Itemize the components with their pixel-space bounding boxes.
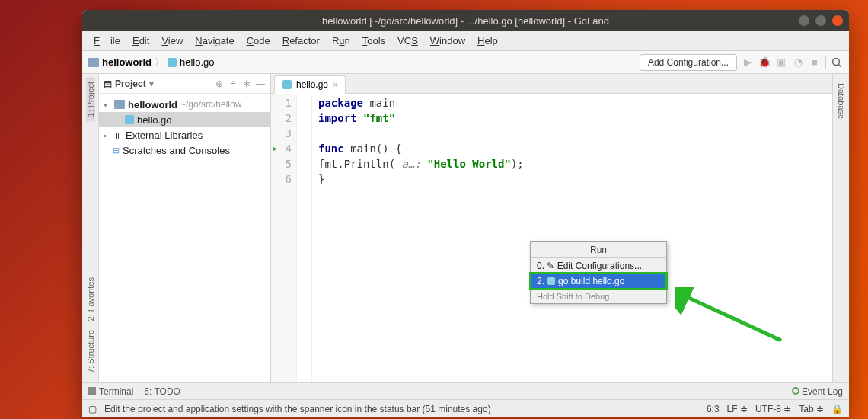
scratches-label: Scratches and Consoles [123, 145, 230, 156]
tab-hello-go[interactable]: hello.go × [274, 75, 346, 94]
line-separator[interactable]: LF ≑ [727, 404, 748, 414]
profile-icon[interactable]: ◔ [792, 56, 804, 69]
menu-refactor[interactable]: Refactor [277, 33, 325, 49]
ide-window: helloworld [~/go/src/helloworld] - .../h… [82, 10, 849, 417]
event-log-icon [792, 387, 799, 395]
editor-tabs: hello.go × [271, 74, 832, 94]
tab-project[interactable]: 1: Project [86, 77, 95, 121]
keyword: import [318, 112, 357, 124]
libs-icon: ⫼ [114, 130, 123, 139]
terminal-icon [88, 387, 96, 395]
gear-icon[interactable]: ✻ [241, 78, 252, 89]
window-controls [799, 15, 843, 26]
scratches-icon: ⊞ [113, 146, 120, 155]
line-number: 5 [271, 156, 292, 171]
hide-icon[interactable]: — [255, 78, 266, 89]
tree-root[interactable]: ▾ helloworld ~/go/src/hellow [99, 97, 270, 112]
line-number: 2 [271, 110, 292, 126]
maximize-icon[interactable] [815, 15, 826, 26]
file-name: hello.go [137, 114, 172, 126]
code-text: fmt.Println( [318, 158, 402, 170]
debug-icon[interactable]: 🐞 [758, 56, 771, 69]
run-gutter-icon[interactable]: ▶ [273, 141, 277, 156]
tool-window-bar: Terminal 6: TODO Event Log [82, 382, 849, 399]
menu-help[interactable]: Help [472, 33, 503, 49]
tab-label: hello.go [296, 79, 328, 90]
popup-edit-configurations[interactable]: 0. ✎ Edit Configurations... [531, 258, 666, 273]
folder-icon [88, 58, 99, 67]
tab-structure[interactable]: 7: Structure [86, 325, 95, 378]
status-tip-icon[interactable]: ▢ [88, 404, 97, 414]
svg-line-1 [839, 64, 842, 67]
coverage-icon[interactable]: ▣ [775, 56, 787, 69]
keyword: func [318, 142, 344, 155]
right-tool-strip: Database [832, 74, 849, 382]
menu-code[interactable]: Code [241, 33, 276, 49]
expand-icon[interactable]: ▸ [104, 131, 111, 139]
breadcrumb-project[interactable]: helloworld [102, 56, 152, 68]
add-configuration-button[interactable]: Add Configuration... [640, 54, 737, 71]
tree-file-hello[interactable]: hello.go [99, 112, 270, 127]
menu-file[interactable]: File [88, 33, 126, 49]
navbar: helloworld 〉 hello.go Add Configuration.… [82, 51, 849, 74]
status-tip: Edit the project and application setting… [104, 404, 491, 414]
tool-todo[interactable]: 6: TODO [144, 386, 180, 397]
minimize-icon[interactable] [799, 15, 809, 26]
popup-go-build[interactable]: 2. go build hello.go [531, 273, 666, 289]
encoding[interactable]: UTF-8 ≑ [755, 404, 791, 414]
stop-icon[interactable]: ■ [809, 56, 821, 69]
close-tab-icon[interactable]: × [333, 80, 337, 89]
titlebar: helloworld [~/go/src/helloworld] - .../h… [82, 10, 849, 31]
go-file-icon [168, 58, 177, 67]
identifier: main [363, 97, 395, 109]
popup-title: Run [531, 242, 666, 258]
popup-item-label: go build hello.go [558, 276, 624, 286]
menu-navigate[interactable]: Navigate [190, 33, 239, 49]
close-icon[interactable] [832, 15, 843, 26]
string: "fmt" [363, 112, 395, 124]
project-tree: ▾ helloworld ~/go/src/hellow hello.go ▸ … [99, 94, 270, 161]
search-icon[interactable] [831, 56, 843, 69]
run-icon[interactable]: ▶ [742, 56, 754, 69]
tab-database[interactable]: Database [837, 78, 846, 123]
breadcrumb-sep: 〉 [155, 56, 164, 69]
status-bar: ▢ Edit the project and application setti… [82, 399, 849, 417]
editor-area: hello.go × 1 2 3 4 5 6 ▶ package main im… [271, 74, 832, 382]
menu-tools[interactable]: Tools [357, 33, 391, 49]
go-file-icon [282, 80, 292, 89]
code-editor[interactable]: 1 2 3 4 5 6 ▶ package main import "fmt" … [271, 94, 832, 382]
project-panel: ▤ Project ▾ ⊕ ÷ ✻ — ▾ helloworld ~/go/sr… [99, 74, 271, 382]
line-number: 1 [271, 95, 292, 110]
menu-edit[interactable]: Edit [127, 33, 155, 49]
param-hint: a…: [402, 158, 421, 170]
target-icon[interactable]: ⊕ [214, 78, 225, 89]
menu-view[interactable]: View [156, 33, 188, 49]
tree-scratches[interactable]: ⊞ Scratches and Consoles [99, 142, 270, 158]
breadcrumb: helloworld 〉 hello.go [88, 56, 215, 69]
tree-external-libs[interactable]: ▸ ⫼ External Libraries [99, 127, 270, 142]
root-name: helloworld [128, 99, 177, 110]
indent[interactable]: Tab ≑ [799, 404, 824, 414]
nav-right: Add Configuration... ▶ 🐞 ▣ ◔ ■ [640, 54, 843, 71]
tool-event-log[interactable]: Event Log [792, 386, 843, 397]
keyword: package [318, 97, 363, 109]
popup-footer: Hold Shift to Debug [531, 289, 666, 303]
collapse-icon[interactable]: ÷ [228, 78, 238, 89]
cursor-position[interactable]: 6:3 [707, 404, 720, 414]
project-dropdown-icon[interactable]: ▾ [149, 78, 154, 89]
menu-window[interactable]: Window [425, 33, 471, 49]
menu-vcs[interactable]: VCS [392, 33, 423, 49]
project-panel-title[interactable]: Project [115, 78, 146, 89]
menu-run[interactable]: Run [327, 33, 356, 49]
tab-favorites[interactable]: 2: Favorites [86, 273, 95, 325]
expand-icon[interactable]: ▾ [104, 101, 111, 109]
line-gutter: 1 2 3 4 5 6 ▶ [271, 94, 297, 382]
folder-icon [114, 100, 125, 109]
breadcrumb-file[interactable]: hello.go [180, 56, 215, 68]
lock-icon[interactable]: 🔒 [831, 404, 843, 414]
fold-gutter [297, 94, 312, 382]
tool-terminal[interactable]: Terminal [88, 386, 133, 397]
code-content[interactable]: package main import "fmt" func main() { … [312, 94, 832, 382]
window-title: helloworld [~/go/src/helloworld] - .../h… [322, 15, 609, 27]
svg-point-0 [833, 58, 840, 65]
